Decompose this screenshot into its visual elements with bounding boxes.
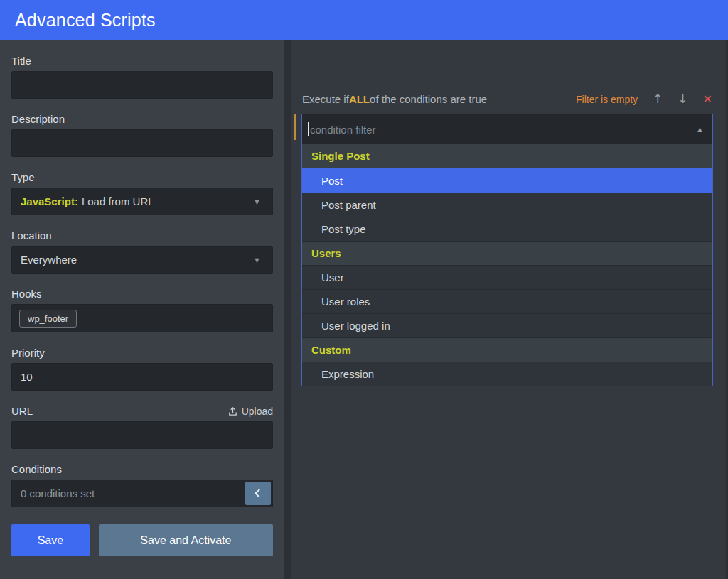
condition-group-custom: Custom: [302, 337, 712, 362]
condition-item-post-parent[interactable]: Post parent: [302, 193, 712, 217]
condition-rule-header: Execute if ALL of the conditions are tru…: [302, 93, 712, 105]
filter-status-badge: Filter is empty: [576, 94, 638, 105]
chevron-left-icon: [255, 489, 264, 498]
page-title: Advanced Scripts: [15, 10, 156, 31]
condition-item-user[interactable]: User: [302, 265, 712, 289]
rule-operator[interactable]: ALL: [349, 93, 370, 105]
condition-item-user-roles[interactable]: User roles: [302, 289, 712, 313]
description-input[interactable]: [11, 129, 273, 157]
location-value: Everywhere: [21, 254, 77, 266]
rule-text-prefix: Execute if: [302, 93, 349, 105]
condition-item-user-logged-in[interactable]: User logged in: [302, 313, 712, 337]
type-value: Load from URL: [82, 195, 154, 207]
app-header: Advanced Scripts: [0, 0, 728, 40]
location-select[interactable]: Everywhere ▼: [11, 246, 273, 274]
text-cursor: [308, 122, 309, 136]
location-label: Location: [11, 229, 273, 242]
delete-condition-icon[interactable]: ✕: [703, 94, 712, 105]
type-select[interactable]: JavaScript: Load from URL ▼: [11, 188, 273, 215]
condition-group-single-post: Single Post: [302, 144, 712, 168]
conditions-label: Conditions: [11, 463, 273, 475]
chevron-down-icon: ▼: [253, 197, 261, 206]
save-and-activate-button[interactable]: Save and Activate: [99, 524, 273, 556]
url-label: URL: [11, 405, 33, 417]
upload-icon: [228, 406, 238, 417]
move-down-icon[interactable]: ↓: [678, 93, 687, 105]
type-value-prefix: JavaScript:: [21, 195, 78, 207]
conditions-expand-button[interactable]: [245, 482, 271, 505]
condition-indent-bar: [294, 114, 296, 140]
title-label: Title: [11, 55, 273, 67]
conditions-input[interactable]: 0 conditions set: [11, 480, 273, 507]
upload-button[interactable]: Upload: [228, 406, 273, 417]
save-button[interactable]: Save: [11, 524, 90, 556]
url-input[interactable]: [11, 421, 273, 449]
condition-filter-input[interactable]: condition filter ▲: [302, 114, 712, 144]
upload-label: Upload: [242, 406, 273, 417]
priority-label: Priority: [11, 347, 273, 359]
condition-item-expression[interactable]: Expression: [302, 362, 712, 386]
chevron-down-icon: ▼: [253, 256, 261, 264]
condition-group-users: Users: [302, 241, 712, 265]
chevron-up-icon: ▲: [696, 125, 704, 134]
description-label: Description: [11, 113, 273, 125]
hooks-input[interactable]: wp_footer: [11, 304, 273, 332]
hooks-label: Hooks: [11, 288, 273, 300]
condition-filter-placeholder: condition filter: [310, 124, 376, 136]
script-form-panel: Title Description Type JavaScript: Load …: [0, 40, 291, 579]
move-up-icon[interactable]: ↑: [653, 93, 663, 105]
priority-value: 10: [21, 371, 33, 383]
title-input[interactable]: [11, 71, 273, 99]
condition-item-post[interactable]: Post: [302, 168, 712, 193]
condition-item-post-type[interactable]: Post type: [302, 217, 712, 241]
priority-input[interactable]: 10: [11, 363, 273, 391]
type-label: Type: [11, 171, 273, 183]
conditions-panel: Execute if ALL of the conditions are tru…: [291, 40, 728, 579]
condition-filter-dropdown: condition filter ▲ Single Post Post Post…: [301, 114, 713, 386]
rule-text-suffix: of the conditions are true: [370, 93, 487, 105]
hook-tag[interactable]: wp_footer: [19, 310, 77, 328]
conditions-placeholder: 0 conditions set: [21, 487, 95, 499]
